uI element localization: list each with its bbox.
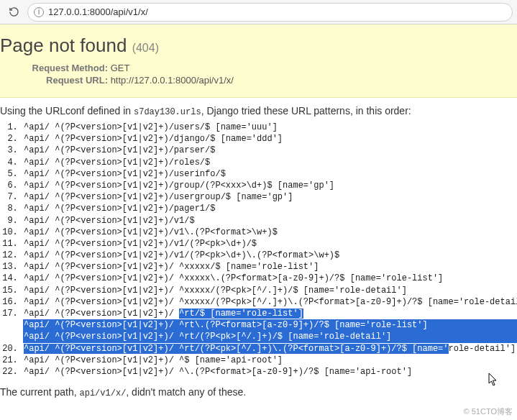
urlconf-module: s7day130.urls [134,107,201,117]
request-method-value: GET [111,63,130,73]
pattern-highlight: ^rt/$ [name='role-list'] [179,309,303,319]
url-pattern: ^api/ ^(?P<version>[v1|v2]+)/userinfo/$ [23,168,517,180]
url-pattern: ^api/ ^(?P<version>[v1|v2]+)/ ^xxxxx\.(?… [23,273,517,284]
url-pattern: ^api/ ^(?P<version>[v1|v2]+)/django/$ [n… [23,133,517,145]
url-pattern-selected: ^api/ ^(?P<version>[v1|v2]+)/ ^rt/(?P<pk… [23,331,517,342]
url-pattern: ^api/ ^(?P<version>[v1|v2]+)/group/(?P<x… [23,180,517,191]
url-pattern: ^api/ ^(?P<version>[v1|v2]+)/v1\.(?P<for… [23,227,517,238]
page-title-text: Page not found [0,35,127,56]
url-pattern: ^api/ ^(?P<version>[v1|v2]+)/usergroup/$… [23,191,517,203]
no-match-message: The current path, api/v1/x/, didn't matc… [0,382,517,398]
url-pattern: ^api/ ^(?P<version>[v1|v2]+)/ ^xxxxx/$ [… [23,261,517,273]
url-pattern: ^api/ ^(?P<version>[v1|v2]+)/users/$ [na… [23,122,517,133]
pattern-plain: ^api/ ^(?P<version>[v1|v2]+)/ [24,309,179,319]
request-url-value: http://127.0.0.1:8000/api/v1/x/ [111,75,234,86]
request-method-label: Request Method: [0,63,108,73]
url-pattern-selected: ^api/ ^(?P<version>[v1|v2]+)/ ^rt/(?P<pk… [23,343,517,355]
watermark: © 51CTO博客 [464,406,513,417]
url-pattern-list: ^api/ ^(?P<version>[v1|v2]+)/users/$ [na… [7,122,517,378]
explain-prefix: Using the URLconf defined in [0,105,134,117]
browser-toolbar: i 127.0.0.1:8000/api/v1/x/ [0,0,517,24]
footer-suffix: , didn't match any of these. [126,386,246,398]
url-pattern: ^api/ ^(?P<version>[v1|v2]+)/pager1/$ [23,203,517,214]
url-pattern: ^api/ ^(?P<version>[v1|v2]+)/ ^$ [name='… [23,355,517,366]
address-bar[interactable]: i 127.0.0.1:8000/api/v1/x/ [27,3,513,22]
status-code: (404) [132,42,159,54]
url-pattern: ^api/ ^(?P<version>[v1|v2]+)/v1/$ [23,215,517,227]
request-url-label: Request URL: [0,75,108,86]
current-path: api/v1/x/ [80,388,127,398]
explain-suffix: , Django tried these URL patterns, in th… [201,105,411,117]
url-pattern-selected: ^api/ ^(?P<version>[v1|v2]+)/ ^rt\.(?P<f… [23,319,517,331]
url-pattern: ^api/ ^(?P<version>[v1|v2]+)/parser/$ [23,145,517,156]
site-info-icon[interactable]: i [34,7,44,17]
url-pattern: ^api/ ^(?P<version>[v1|v2]+)/v1/(?P<pk>\… [23,250,517,261]
reload-button[interactable] [4,3,23,22]
footer-prefix: The current path, [0,386,80,398]
urlconf-explanation: Using the URLconf defined in s7day130.ur… [0,98,517,120]
pattern-highlight: ^api/ ^(?P<version>[v1|v2]+)/ ^rt/(?P<pk… [24,344,449,354]
url-pattern: ^api/ ^(?P<version>[v1|v2]+)/ ^\.(?P<for… [23,366,517,378]
page-title: Page not found (404) [0,35,517,57]
url-pattern: ^api/ ^(?P<version>[v1|v2]+)/ ^xxxxx/(?P… [23,296,517,308]
error-header: Page not found (404) Request Method: GET… [0,24,517,98]
request-meta: Request Method: GET Request URL: http://… [0,63,517,86]
url-pattern: ^api/ ^(?P<version>[v1|v2]+)/ ^xxxxx/(?P… [23,285,517,296]
url-pattern: ^api/ ^(?P<version>[v1|v2]+)/roles/$ [23,157,517,168]
mouse-cursor-icon [488,373,498,390]
address-bar-text: 127.0.0.1:8000/api/v1/x/ [48,6,148,17]
pattern-plain: role-detail'] [449,344,516,354]
url-pattern-selected: ^api/ ^(?P<version>[v1|v2]+)/ ^rt/$ [nam… [23,308,517,319]
url-pattern: ^api/ ^(?P<version>[v1|v2]+)/v1/(?P<pk>\… [23,238,517,250]
